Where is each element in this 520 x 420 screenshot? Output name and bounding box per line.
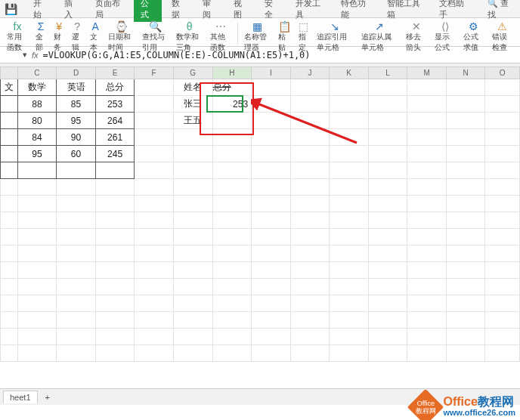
cell[interactable]: 60 (57, 146, 96, 162)
tab-dev[interactable]: 开发工具 (289, 0, 331, 22)
col-header[interactable]: G (173, 67, 212, 79)
col-header[interactable]: F (135, 67, 174, 79)
th-eng[interactable]: 英语 (57, 79, 96, 96)
tab-home[interactable]: 开始 (26, 0, 54, 22)
sheet-area[interactable]: C D E F G H I J K L M N O 文 数学 英语 总分 姓名 … (0, 66, 520, 399)
add-sheet-button[interactable]: + (41, 393, 54, 402)
rb-finance[interactable]: ¥财务 (50, 21, 68, 53)
rb-all[interactable]: Σ全部 (32, 21, 50, 53)
cell[interactable]: 95 (17, 146, 57, 162)
col-header[interactable]: O (485, 67, 520, 79)
rb-assign[interactable]: ⬚指定 (295, 21, 313, 53)
menu-tabs: 💾 开始 插入 页面布局 公式 数据 审阅 视图 安全 开发工具 特色功能 智能… (0, 0, 520, 18)
watermark-title: Office教程网 (443, 397, 515, 407)
result-cell[interactable]: 253 (212, 96, 252, 113)
row-label-cell[interactable]: 文 (1, 79, 18, 96)
col-header[interactable]: K (330, 67, 369, 79)
cell[interactable]: 95 (57, 113, 96, 129)
cell[interactable]: 80 (17, 113, 57, 129)
cell[interactable]: 90 (57, 129, 96, 146)
col-header[interactable]: L (368, 67, 407, 79)
col-header[interactable]: E (95, 67, 135, 79)
rb-name-mgr[interactable]: ▦名称管理器 (240, 21, 274, 53)
watermark-url: www.office26.com (443, 407, 515, 418)
col-header[interactable]: N (446, 67, 485, 79)
th2-name[interactable]: 姓名 (173, 79, 212, 96)
rb-text[interactable]: A文本 (86, 21, 104, 53)
cell[interactable]: 261 (95, 129, 135, 146)
sheet-tab-1[interactable]: heet1 (3, 391, 38, 403)
fb-dropdown-icon[interactable]: ▾ (23, 50, 27, 60)
rb-other[interactable]: ⋯其他函数 (206, 21, 235, 53)
col-header[interactable]: C (17, 67, 57, 79)
cell[interactable]: 88 (17, 96, 57, 113)
th-total[interactable]: 总分 (95, 79, 135, 96)
th2-total[interactable]: 总分 (212, 79, 252, 96)
search-button[interactable]: 🔍 查找 (481, 0, 520, 22)
col-header[interactable]: M (407, 67, 447, 79)
tab-dochelper[interactable]: 文档助手 (432, 0, 475, 22)
name-cell[interactable]: 张三 (173, 96, 212, 113)
cell[interactable]: 245 (95, 146, 135, 162)
worksheet-grid[interactable]: C D E F G H I J K L M N O 文 数学 英语 总分 姓名 … (0, 66, 520, 362)
save-icon[interactable]: 💾 (5, 3, 17, 15)
col-header-active[interactable]: H (212, 67, 252, 79)
rb-logic[interactable]: ?逻辑 (68, 21, 86, 53)
tab-formula[interactable]: 公式 (134, 0, 162, 22)
rb-eval[interactable]: ⚙公式求值 (460, 21, 488, 53)
fx-icon[interactable]: fx (32, 51, 39, 60)
rb-lookup[interactable]: 🔍查找与引用 (138, 21, 172, 53)
tab-view[interactable]: 视图 (227, 0, 255, 22)
rb-datetime[interactable]: ⌚日期和时间 (104, 21, 138, 53)
rb-paste[interactable]: 📋粘贴 (274, 21, 295, 53)
name-cell[interactable]: 王五 (173, 113, 212, 129)
rb-error-check[interactable]: ⚠错误检查 (488, 21, 517, 53)
formula-input[interactable]: =VLOOKUP(G:G,A1:E5,COLUMN(E:E)-COLUMN(A1… (43, 50, 311, 60)
col-header[interactable]: I (252, 67, 291, 79)
col-header[interactable]: J (290, 67, 330, 79)
tab-data[interactable]: 数据 (165, 0, 193, 22)
tab-review[interactable]: 审阅 (196, 0, 224, 22)
corner-cell[interactable] (1, 67, 18, 79)
col-header[interactable]: D (57, 67, 96, 79)
watermark: Office教程网 Office教程网 www.office26.com (413, 394, 515, 420)
ribbon: fx常用函数 Σ全部 ¥财务 ?逻辑 A文本 ⌚日期和时间 🔍查找与引用 θ数学… (0, 18, 520, 47)
tab-insert[interactable]: 插入 (57, 0, 85, 22)
rb-trace-prec[interactable]: ↘追踪引用单元格 (313, 21, 358, 53)
rb-common-fn[interactable]: fx常用函数 (3, 21, 32, 53)
watermark-icon: Office教程网 (407, 389, 444, 420)
rb-show-formula[interactable]: ⟨⟩显示公式 (431, 21, 460, 53)
cell[interactable]: 85 (57, 96, 96, 113)
cell[interactable]: 264 (95, 113, 135, 129)
tab-security[interactable]: 安全 (258, 0, 286, 22)
tab-smarttool[interactable]: 智能工具箱 (380, 0, 430, 22)
tab-special[interactable]: 特色功能 (334, 0, 376, 22)
cell[interactable]: 84 (17, 129, 57, 146)
th-math[interactable]: 数学 (17, 79, 57, 96)
cell[interactable]: 253 (95, 96, 135, 113)
rb-trace-dep[interactable]: ↗追踪从属单元格 (358, 21, 402, 53)
tab-layout[interactable]: 页面布局 (88, 0, 131, 22)
rb-remove-arrow[interactable]: ✕移去箭头 (402, 21, 431, 53)
rb-math[interactable]: θ数学和三角 (172, 21, 206, 53)
